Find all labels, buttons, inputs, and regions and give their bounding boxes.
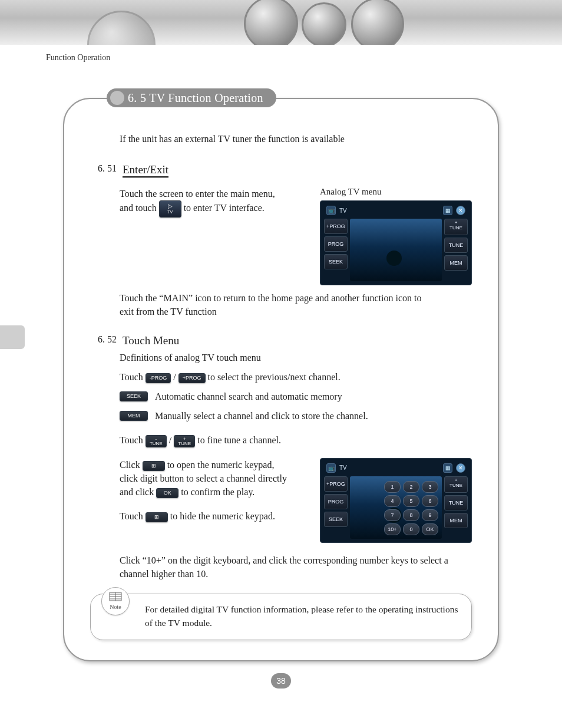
- note-label: Note: [110, 602, 121, 611]
- prog-plus-button: +PROG: [324, 476, 348, 492]
- mem-button: MEM: [444, 255, 468, 271]
- key-2: 2: [403, 481, 419, 493]
- text: /: [169, 435, 174, 445]
- analog-tv-menu-label: Analog TV menu: [320, 187, 472, 197]
- section-title: 6. 5 TV Function Operation: [107, 88, 276, 107]
- running-head: Function Operation: [0, 45, 562, 62]
- content-panel: 6. 5 TV Function Operation If the unit h…: [63, 98, 499, 661]
- section-6-52-header: 6. 52 Touch Menu: [90, 334, 472, 347]
- seek-button: SEEK: [324, 254, 348, 269]
- header-banner: [0, 0, 562, 45]
- numeric-keypad: 1 2 3 4 5 6 7 8 9 10+ 0: [384, 481, 438, 535]
- tune-minus-icon: -TUNE: [146, 435, 167, 447]
- tune-plus-button: +TUNE: [444, 219, 468, 235]
- prog-button: PROG: [324, 494, 348, 509]
- text: Manually select a channel and click to s…: [155, 409, 368, 423]
- key-ok: OK: [422, 523, 438, 535]
- tune-button: TUNE: [444, 238, 468, 253]
- section-6-51-header: 6. 51 Enter/Exit: [90, 163, 472, 176]
- text: to hide the numeric keypad.: [170, 511, 275, 521]
- mem-line: MEM Manually select a channel and click …: [120, 409, 472, 423]
- section-heading: Enter/Exit: [123, 163, 168, 178]
- intro-text: If the unit has an external TV tuner the…: [120, 132, 472, 146]
- section-number: 6. 52: [90, 334, 117, 345]
- key-5: 5: [403, 495, 419, 507]
- seek-button: SEEK: [324, 512, 348, 527]
- note-icon: Note: [101, 587, 130, 615]
- ten-plus-paragraph: Click “10+” on the digit keyboard, and c…: [120, 554, 473, 581]
- mem-icon: MEM: [120, 411, 148, 421]
- prog-minus-icon: -PROG: [146, 373, 171, 383]
- keypad-icon: ⊞: [143, 461, 165, 471]
- tv-icon: ▷TV: [159, 200, 181, 218]
- key-4: 4: [384, 495, 401, 507]
- side-tab: [0, 325, 25, 349]
- text: Touch: [120, 372, 143, 382]
- prog-plus-button: +PROG: [324, 219, 348, 234]
- section-heading: Touch Menu: [123, 334, 179, 347]
- text: Click: [120, 460, 140, 470]
- close-icon: ✕: [456, 463, 465, 473]
- prog-plus-icon: +PROG: [178, 373, 206, 383]
- mem-button: MEM: [444, 513, 468, 528]
- tune-plus-icon: +TUNE: [174, 435, 195, 447]
- note-text: For detailed digital TV function informa…: [145, 604, 458, 628]
- prog-line: Touch -PROG / +PROG to select the previo…: [120, 370, 472, 384]
- ok-icon: OK: [156, 488, 178, 498]
- text: to fine tune a channel.: [197, 435, 281, 445]
- key-9: 9: [422, 509, 438, 521]
- tune-line: Touch -TUNE / +TUNE to fine tune a chann…: [120, 433, 472, 447]
- key-8: 8: [403, 509, 419, 521]
- text: Touch: [120, 435, 143, 445]
- grid-icon: ▦: [443, 206, 452, 215]
- keypad-hide-paragraph: Touch ⊞ to hide the numeric keypad.: [120, 509, 292, 523]
- section-number: 6. 51: [90, 163, 117, 174]
- tune-button: TUNE: [444, 495, 468, 510]
- key-6: 6: [422, 495, 438, 507]
- enter-exit-paragraph: Touch the screen to enter the main menu,…: [120, 187, 289, 218]
- definitions-line: Definitions of analog TV touch menu: [120, 351, 472, 364]
- close-icon: ✕: [456, 206, 465, 215]
- tv-logo-icon: 📺: [326, 463, 336, 473]
- page-number: 38: [271, 673, 291, 689]
- text: /: [173, 372, 178, 382]
- seek-icon: SEEK: [120, 391, 148, 401]
- tune-plus-button: +TUNE: [444, 476, 468, 493]
- tv-title: TV: [339, 465, 347, 471]
- key-10plus: 10+: [384, 523, 401, 535]
- tv-logo-icon: 📺: [326, 206, 336, 215]
- tv-screen-figure-1: 📺TV ▦ ✕ +PROG PROG SEEK: [320, 200, 472, 285]
- grid-icon: ▦: [443, 463, 452, 473]
- tv-screen-figure-2: 📺TV ▦ ✕ +PROG PROG SEEK: [320, 458, 472, 543]
- text: to enter TV interface.: [184, 203, 265, 213]
- seek-line: SEEK Automatic channel search and automa…: [120, 390, 472, 403]
- text: to confirm the play.: [181, 487, 254, 497]
- prog-button: PROG: [324, 236, 348, 252]
- key-3: 3: [422, 481, 438, 493]
- note-box: Note For detailed digital TV function in…: [90, 594, 472, 640]
- keypad-icon: ⊞: [146, 512, 168, 522]
- main-icon-paragraph: Touch the “MAIN” icon to return to the h…: [120, 291, 438, 318]
- keypad-open-paragraph: Click ⊞ to open the numeric keypad, clic…: [120, 458, 292, 499]
- text: Touch: [120, 511, 143, 521]
- key-7: 7: [384, 509, 401, 521]
- key-0: 0: [403, 523, 419, 535]
- text: to select the previous/next channel.: [208, 372, 340, 382]
- text: Automatic channel search and automatic m…: [155, 390, 342, 403]
- key-1: 1: [384, 481, 401, 493]
- tv-title: TV: [339, 207, 347, 214]
